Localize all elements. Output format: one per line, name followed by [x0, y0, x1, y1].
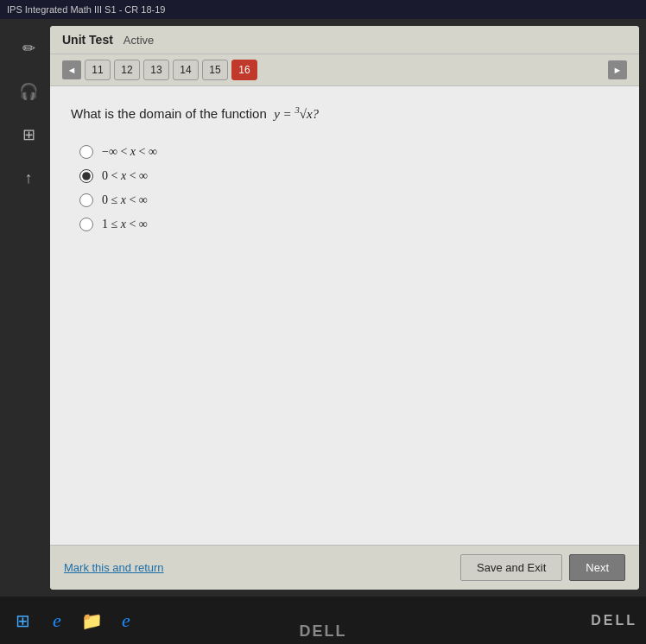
nav-btn-15[interactable]: 15	[202, 60, 228, 80]
sidebar: ✏ 🎧 ⊞ ↑	[7, 26, 50, 590]
test-title: Unit Test	[62, 33, 113, 47]
content-panel: Unit Test Active ◄ 11 12 13 14 15 16 ► W…	[50, 26, 639, 590]
main-wrapper: ✏ 🎧 ⊞ ↑ Unit Test Active ◄ 11 12 13 14 1…	[0, 19, 646, 597]
dell-brand-logo: DELL	[0, 622, 646, 641]
radio-opt2[interactable]	[79, 169, 93, 183]
nav-row: ◄ 11 12 13 14 15 16 ►	[50, 54, 639, 86]
question-area: What is the domain of the function y = 3…	[50, 86, 639, 545]
up-arrow-icon[interactable]: ↑	[15, 164, 42, 192]
option-4[interactable]: 1 ≤ x < ∞	[79, 218, 618, 231]
nav-btn-12[interactable]: 12	[114, 60, 140, 80]
footer-buttons: Save and Exit Next	[460, 554, 625, 581]
headphones-icon[interactable]: 🎧	[15, 78, 42, 105]
content-footer: Mark this and return Save and Exit Next	[50, 545, 639, 590]
content-header: Unit Test Active	[50, 26, 639, 54]
option-1[interactable]: −∞ < x < ∞	[79, 145, 618, 159]
next-btn[interactable]: Next	[569, 554, 625, 581]
option-3[interactable]: 0 ≤ x < ∞	[79, 193, 618, 207]
next-button[interactable]: ►	[608, 60, 627, 79]
option-2-label: 0 < x < ∞	[102, 169, 148, 183]
nav-btn-13[interactable]: 13	[143, 60, 169, 80]
prev-button[interactable]: ◄	[62, 60, 81, 79]
option-2[interactable]: 0 < x < ∞	[79, 169, 618, 183]
question-label: What is the domain of the function	[71, 106, 270, 121]
option-4-label: 1 ≤ x < ∞	[102, 218, 148, 231]
radio-opt1[interactable]	[79, 145, 93, 159]
mark-return-button[interactable]: Mark this and return	[64, 561, 164, 574]
test-status: Active	[124, 34, 154, 47]
math-expression: y = 3√x?	[274, 107, 319, 121]
nav-btn-14[interactable]: 14	[173, 60, 199, 80]
pencil-icon[interactable]: ✏	[15, 35, 42, 62]
nav-btn-16[interactable]: 16	[231, 60, 257, 80]
options-list: −∞ < x < ∞ 0 < x < ∞ 0 ≤ x < ∞ 1 ≤ x < ∞	[79, 145, 618, 231]
top-bar-title: IPS Integrated Math III S1 - CR 18-19	[7, 4, 165, 15]
option-1-label: −∞ < x < ∞	[102, 145, 157, 159]
radio-opt4[interactable]	[79, 218, 93, 231]
radio-opt3[interactable]	[79, 193, 93, 207]
option-3-label: 0 ≤ x < ∞	[102, 193, 148, 207]
save-exit-button[interactable]: Save and Exit	[460, 554, 562, 581]
grid-icon[interactable]: ⊞	[15, 121, 42, 148]
top-bar: IPS Integrated Math III S1 - CR 18-19	[0, 0, 646, 19]
nav-btn-11[interactable]: 11	[85, 60, 111, 80]
question-text: What is the domain of the function y = 3…	[71, 104, 618, 124]
